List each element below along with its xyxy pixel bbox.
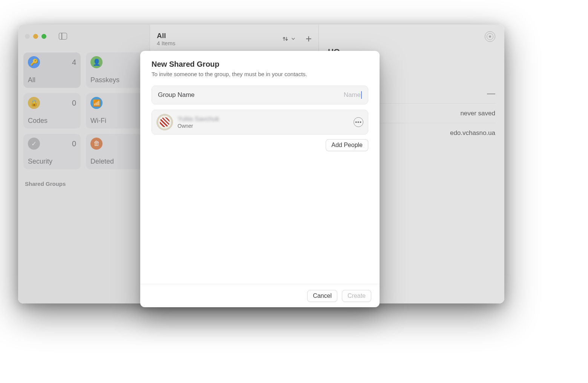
member-role: Owner xyxy=(178,123,219,129)
new-shared-group-dialog: New Shared Group To invite someone to th… xyxy=(140,51,380,307)
password-value: never saved xyxy=(460,110,495,117)
cancel-button[interactable]: Cancel xyxy=(307,290,337,302)
trash-icon: 🗑 xyxy=(90,138,103,150)
group-name-label: Group Name xyxy=(158,91,194,99)
group-name-field[interactable]: Group Name Name xyxy=(152,86,368,104)
sidebar-tile-wifi[interactable]: 📶 Wi-Fi xyxy=(86,93,143,129)
lock-icon: 🔒 xyxy=(28,97,40,109)
member-row: Yuliia Savchuk Owner ••• xyxy=(152,110,368,135)
sort-button[interactable] xyxy=(282,35,296,43)
wifi-icon: 📶 xyxy=(90,97,103,109)
dialog-hint: To invite someone to the group, they mus… xyxy=(152,71,368,77)
list-header: All 4 Items + xyxy=(150,25,318,52)
sidebar: 🔑4 All 👤 Passkeys 🔒0 Codes 📶 Wi-Fi ✓0 Se… xyxy=(18,25,150,303)
shared-groups-heading: Shared Groups xyxy=(23,181,144,187)
list-subtitle: 4 Items xyxy=(157,40,175,46)
sidebar-tile-codes[interactable]: 🔒0 Codes xyxy=(23,93,81,129)
minimize-window-button[interactable] xyxy=(33,34,38,39)
tile-label: Deleted xyxy=(90,158,139,165)
sidebar-tile-deleted[interactable]: 🗑 Deleted xyxy=(86,134,143,169)
sort-arrows-icon xyxy=(282,35,289,43)
tile-count: 4 xyxy=(72,58,76,67)
list-title: All xyxy=(157,32,175,40)
tile-label: Security xyxy=(28,158,76,165)
ellipsis-icon: ••• xyxy=(355,119,362,125)
dialog-footer: Cancel Create xyxy=(140,284,380,307)
add-item-button[interactable]: + xyxy=(306,36,312,42)
chevron-down-icon xyxy=(291,36,296,41)
tile-label: All xyxy=(28,76,76,84)
tile-count: 0 xyxy=(72,139,76,148)
member-more-button[interactable]: ••• xyxy=(354,117,363,127)
airdrop-icon[interactable] xyxy=(485,31,495,42)
check-icon: ✓ xyxy=(28,138,40,150)
key-icon: 🔑 xyxy=(28,56,40,68)
tile-label: Wi-Fi xyxy=(90,117,139,125)
close-window-button[interactable] xyxy=(25,34,30,39)
zoom-window-button[interactable] xyxy=(41,34,46,39)
sidebar-tiles: 🔑4 All 👤 Passkeys 🔒0 Codes 📶 Wi-Fi ✓0 Se… xyxy=(23,52,144,169)
group-name-input[interactable]: Name xyxy=(344,91,362,99)
sidebar-tile-security[interactable]: ✓0 Security xyxy=(23,134,81,169)
tile-label: Passkeys xyxy=(90,76,139,84)
person-icon: 👤 xyxy=(90,56,103,68)
tile-label: Codes xyxy=(28,117,76,125)
website-value: edo.vchasno.ua xyxy=(450,129,495,137)
window-controls xyxy=(23,28,144,42)
create-button[interactable]: Create xyxy=(342,290,371,302)
dialog-title: New Shared Group xyxy=(152,60,368,69)
add-people-button[interactable]: Add People xyxy=(326,139,368,151)
tile-count: 0 xyxy=(72,99,76,107)
toggle-sidebar-button[interactable] xyxy=(59,33,67,40)
avatar xyxy=(156,114,173,130)
sidebar-tile-all[interactable]: 🔑4 All xyxy=(23,52,81,88)
minus-icon: — xyxy=(487,89,495,98)
member-name: Yuliia Savchuk xyxy=(178,115,219,123)
sidebar-tile-passkeys[interactable]: 👤 Passkeys xyxy=(86,52,143,88)
